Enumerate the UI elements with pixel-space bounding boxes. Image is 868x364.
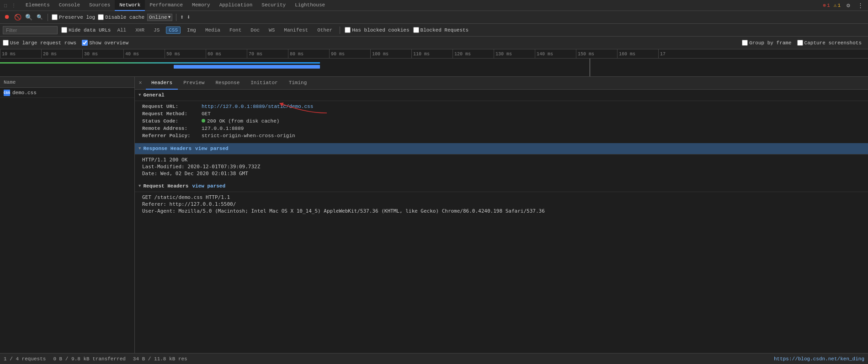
blocked-requests-label: Blocked Requests bbox=[421, 27, 469, 33]
request-method-label: Request Method: bbox=[142, 111, 202, 117]
tick-160ms: 160 ms bbox=[617, 49, 658, 59]
response-headers-label: Response Headers bbox=[143, 146, 192, 151]
disable-cache-label: Disable cache bbox=[105, 15, 144, 20]
show-overview-checkbox[interactable]: Show overview bbox=[82, 40, 128, 46]
tab-lighthouse[interactable]: Lighthouse bbox=[290, 0, 330, 11]
warn-icon: ⚠ bbox=[834, 2, 837, 8]
tick-170ms: 17 bbox=[658, 49, 699, 59]
detail-tab-preview[interactable]: Preview bbox=[178, 77, 210, 90]
group-by-frame-input[interactable] bbox=[742, 40, 748, 46]
throttle-chevron: ▼ bbox=[168, 15, 170, 20]
general-triangle-icon: ▼ bbox=[138, 93, 141, 97]
request-header-line-2: Referer: http://127.0.0.1:5500/ bbox=[142, 201, 861, 208]
capture-screenshots-checkbox[interactable]: Capture screenshots bbox=[797, 40, 862, 46]
filter-input[interactable] bbox=[3, 26, 58, 34]
remote-address-value: 127.0.0.1:8889 bbox=[202, 126, 244, 131]
more-icon[interactable]: ⋮ bbox=[10, 2, 17, 9]
filter-css[interactable]: CSS bbox=[166, 27, 181, 34]
hide-data-urls-checkbox[interactable]: Hide data URLs bbox=[61, 27, 111, 33]
status-bar: 1 / 4 requests 0 B / 9.8 kB transferred … bbox=[0, 353, 868, 364]
dock-icon[interactable]: ⬚ bbox=[2, 2, 9, 9]
details-tabs: × Headers Preview Response Initiator Tim… bbox=[135, 77, 868, 90]
preserve-log-input[interactable] bbox=[52, 14, 58, 20]
filter-js[interactable]: JS bbox=[151, 27, 162, 34]
tick-80ms: 80 ms bbox=[288, 49, 329, 59]
large-rows-input[interactable] bbox=[3, 40, 9, 46]
request-headers-section-header[interactable]: ▼ Request Headers view parsed bbox=[135, 181, 868, 192]
filter-xhr[interactable]: XHR bbox=[133, 27, 147, 34]
has-blocked-cookies-label: Has blocked cookies bbox=[352, 27, 409, 33]
main-split: Name CSS demo.css × Headers Preview Resp… bbox=[0, 77, 868, 353]
filter-media[interactable]: Media bbox=[202, 27, 223, 34]
request-url-label: Request URL: bbox=[142, 104, 202, 109]
request-url-row: Request URL: http://127.0.0.1:8889/stati… bbox=[142, 103, 861, 110]
detail-tab-timing[interactable]: Timing bbox=[283, 77, 313, 90]
tab-performance[interactable]: Performance bbox=[145, 0, 187, 11]
group-by-frame-checkbox[interactable]: Group by frame bbox=[742, 40, 791, 46]
filter-all[interactable]: All bbox=[114, 27, 129, 34]
tab-memory[interactable]: Memory bbox=[187, 0, 215, 11]
detail-tab-headers[interactable]: Headers bbox=[146, 77, 178, 90]
view-parsed-response-button[interactable]: view parsed bbox=[195, 146, 229, 151]
requests-header: Name bbox=[0, 77, 134, 88]
status-code-value: 200 OK (from disk cache) bbox=[202, 118, 279, 124]
tick-20ms: 20 ms bbox=[41, 49, 82, 59]
referrer-policy-label: Referrer Policy: bbox=[142, 133, 202, 139]
filter-font[interactable]: Font bbox=[227, 27, 244, 34]
blocked-requests-checkbox[interactable]: Blocked Requests bbox=[413, 27, 469, 33]
export-icon[interactable]: ⬇ bbox=[187, 13, 191, 21]
request-headers-label: Request Headers bbox=[143, 183, 188, 189]
filter-icon[interactable]: 🔍 bbox=[25, 13, 33, 21]
request-headers-triangle-icon: ▼ bbox=[138, 184, 141, 188]
blocked-requests-input[interactable] bbox=[413, 27, 419, 33]
tab-bar-right: ⊗ 1 ⚠ 1 ⚙ ⋮ bbox=[823, 1, 868, 10]
disable-cache-checkbox[interactable]: Disable cache bbox=[98, 14, 144, 20]
throttle-select[interactable]: Online ▼ bbox=[147, 14, 172, 21]
filter-img[interactable]: Img bbox=[184, 27, 199, 34]
record-icon[interactable]: ⏺ bbox=[3, 13, 11, 21]
more-options-icon[interactable]: ⋮ bbox=[856, 1, 864, 10]
search-icon[interactable]: 🔍 bbox=[36, 13, 44, 21]
large-rows-checkbox[interactable]: Use large request rows bbox=[3, 40, 76, 46]
hide-data-urls-input[interactable] bbox=[61, 27, 67, 33]
tick-150ms: 150 ms bbox=[576, 49, 617, 59]
detail-tab-initiator[interactable]: Initiator bbox=[245, 77, 283, 90]
filter-ws[interactable]: WS bbox=[266, 27, 277, 34]
warn-count: 1 bbox=[837, 3, 841, 8]
options-bar: Use large request rows Show overview Gro… bbox=[0, 37, 868, 49]
options-right: Group by frame Capture screenshots bbox=[742, 40, 865, 46]
disable-cache-input[interactable] bbox=[98, 14, 104, 20]
preserve-log-checkbox[interactable]: Preserve log bbox=[52, 14, 95, 20]
capture-screenshots-input[interactable] bbox=[797, 40, 803, 46]
response-header-line-2: Last-Modified: 2020-12-01T07:39:09.732Z bbox=[142, 163, 861, 170]
has-blocked-cookies-checkbox[interactable]: Has blocked cookies bbox=[345, 27, 409, 33]
details-content: ▼ General Request URL: http://127.0.0.1:… bbox=[135, 90, 868, 353]
close-details-button[interactable]: × bbox=[137, 80, 144, 87]
tab-elements[interactable]: Elements bbox=[21, 0, 54, 11]
filter-divider bbox=[340, 27, 340, 34]
overview-bar bbox=[0, 62, 320, 64]
filter-doc[interactable]: Doc bbox=[248, 27, 262, 34]
capture-screenshots-label: Capture screenshots bbox=[804, 40, 862, 46]
import-icon[interactable]: ⬆ bbox=[180, 13, 184, 21]
view-parsed-request-button[interactable]: view parsed bbox=[192, 183, 225, 189]
tab-console[interactable]: Console bbox=[54, 0, 85, 11]
detail-tab-response[interactable]: Response bbox=[210, 77, 245, 90]
tab-network[interactable]: Network bbox=[115, 0, 145, 11]
tab-application[interactable]: Application bbox=[215, 0, 257, 11]
show-overview-input[interactable] bbox=[82, 40, 88, 46]
filter-manifest[interactable]: Manifest bbox=[281, 27, 311, 34]
has-blocked-cookies-input[interactable] bbox=[345, 27, 351, 33]
network-toolbar: ⏺ 🚫 🔍 🔍 Preserve log Disable cache Onlin… bbox=[0, 11, 868, 24]
tab-security[interactable]: Security bbox=[257, 0, 290, 11]
clear-icon[interactable]: 🚫 bbox=[14, 13, 22, 21]
error-badge: ⊗ 1 bbox=[823, 2, 830, 8]
filter-other[interactable]: Other bbox=[314, 27, 335, 34]
response-header-line-1: HTTP/1.1 200 OK bbox=[142, 156, 861, 163]
general-section-header[interactable]: ▼ General bbox=[135, 90, 868, 101]
page-url: https://blog.csdn.net/ken_ding bbox=[774, 356, 864, 362]
response-headers-section-header[interactable]: ▼ Response Headers view parsed bbox=[135, 143, 868, 155]
request-row[interactable]: CSS demo.css bbox=[0, 88, 134, 98]
settings-icon[interactable]: ⚙ bbox=[844, 1, 852, 10]
tab-sources[interactable]: Sources bbox=[85, 0, 115, 11]
